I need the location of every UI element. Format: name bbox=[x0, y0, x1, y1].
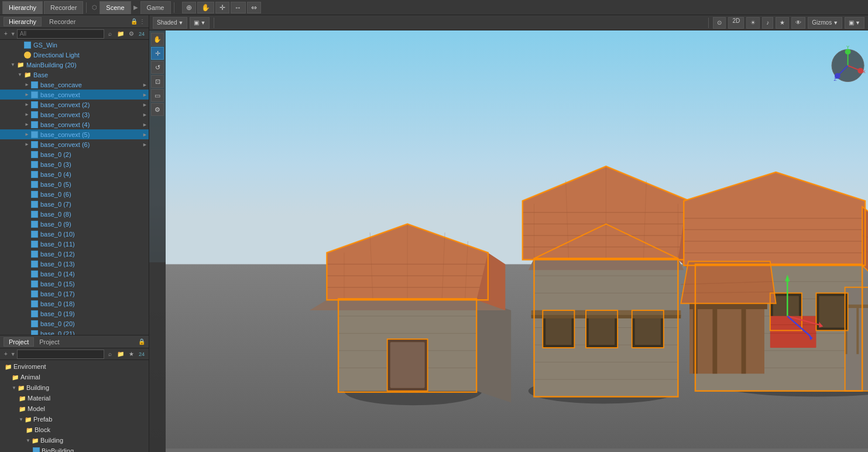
tool-transform[interactable]: ⚙ bbox=[151, 103, 164, 116]
hand-tool-btn[interactable]: ✋ bbox=[197, 2, 214, 13]
2d-btn[interactable]: 2D bbox=[728, 17, 744, 29]
project-item-building2[interactable]: ▼📁Building bbox=[0, 435, 149, 446]
hierarchy-item-base_0_8[interactable]: base_0 (8) bbox=[0, 209, 149, 219]
hierarchy-item-base_convext_5[interactable]: base_convext (5)► bbox=[0, 129, 149, 139]
hierarchy-item-base_0_15[interactable]: base_0 (15) bbox=[0, 279, 149, 289]
hierarchy-item-base_0_10[interactable]: base_0 (10) bbox=[0, 229, 149, 239]
expand-btn[interactable]: ► bbox=[142, 112, 147, 118]
proj-arrow-open[interactable]: ▼ bbox=[19, 417, 23, 422]
hierarchy-item-base_0_21[interactable]: base_0 (21) bbox=[0, 328, 149, 335]
hierarchy-item-base_0_12[interactable]: base_0 (12) bbox=[0, 249, 149, 259]
proj-arrow-open[interactable]: ▼ bbox=[12, 385, 16, 391]
project-star-btn[interactable]: ★ bbox=[126, 350, 136, 359]
project-item-material[interactable]: 📁Material bbox=[0, 393, 149, 403]
tree-arrow[interactable] bbox=[23, 111, 30, 118]
hierarchy-item-base_convext[interactable]: base_convext► bbox=[0, 90, 149, 100]
expand-btn[interactable]: ► bbox=[142, 102, 147, 108]
hierarchy-item-base_convext_6[interactable]: base_convext (6)► bbox=[0, 139, 149, 149]
select-tool-btn[interactable]: ⊕ bbox=[182, 2, 196, 13]
tool-hand[interactable]: ✋ bbox=[151, 33, 164, 46]
tool-scale[interactable]: ⊡ bbox=[151, 75, 164, 88]
project-item-prefab[interactable]: ▼📁Prefab bbox=[0, 414, 149, 424]
hierarchy-search[interactable] bbox=[17, 29, 104, 39]
tree-arrow[interactable] bbox=[9, 61, 16, 69]
tool-move[interactable]: ✛ bbox=[151, 47, 164, 60]
project-item-enviroment[interactable]: 📁Enviroment bbox=[0, 361, 149, 372]
fx-btn[interactable]: ★ bbox=[776, 17, 789, 29]
project-item-building[interactable]: ▼📁Building bbox=[0, 382, 149, 393]
hierarchy-item-base_convext_3[interactable]: base_convext (3)► bbox=[0, 109, 149, 119]
project-item-block[interactable]: 📁Block bbox=[0, 424, 149, 435]
shaded-btn[interactable]: Shaded ▼ bbox=[153, 17, 187, 29]
project-add-btn[interactable]: + bbox=[2, 351, 9, 357]
hierarchy-item-base_concave[interactable]: base_concave► bbox=[0, 80, 149, 90]
hierarchy-item-base_0_5[interactable]: base_0 (5) bbox=[0, 179, 149, 189]
panel-tab-hierarchy[interactable]: Hierarchy bbox=[4, 17, 42, 26]
expand-btn[interactable]: ► bbox=[142, 82, 147, 88]
wireframe-btn[interactable]: ▣ ▼ bbox=[190, 17, 210, 29]
tab-recorder[interactable]: Recorder bbox=[44, 1, 83, 14]
hierarchy-item-base_0_2[interactable]: base_0 (2) bbox=[0, 149, 149, 159]
proj-arrow-open[interactable]: ▼ bbox=[26, 438, 30, 443]
hierarchy-item-os_win[interactable]: GS_Win bbox=[0, 40, 149, 50]
audio-btn[interactable]: ♪ bbox=[762, 17, 773, 29]
search-icon-btn[interactable]: ⌕ bbox=[105, 29, 115, 39]
tree-arrow[interactable] bbox=[16, 71, 23, 78]
effects-btn[interactable]: ⊙ bbox=[713, 17, 726, 29]
hierarchy-item-directional_light[interactable]: Directional Light bbox=[0, 50, 149, 60]
tool-rect[interactable]: ▭ bbox=[151, 89, 164, 102]
hierarchy-item-base_0_14[interactable]: base_0 (14) bbox=[0, 269, 149, 279]
tree-arrow[interactable] bbox=[23, 141, 30, 148]
tree-arrow[interactable] bbox=[23, 101, 30, 108]
project-search-icon[interactable]: ⌕ bbox=[105, 350, 115, 359]
project-item-animal[interactable]: 📁Animal bbox=[0, 372, 149, 382]
hierarchy-item-base_0_6[interactable]: base_0 (6) bbox=[0, 189, 149, 199]
folder-btn[interactable]: 📁 bbox=[116, 29, 125, 39]
add-btn[interactable]: + bbox=[2, 30, 9, 37]
hierarchy-item-base_0_17[interactable]: base_0 (17) bbox=[0, 289, 149, 299]
tab-hierarchy[interactable]: Hierarchy bbox=[2, 1, 43, 14]
lighting-btn[interactable]: ☀ bbox=[746, 17, 760, 29]
hierarchy-item-base_0_3[interactable]: base_0 (3) bbox=[0, 159, 149, 169]
hierarchy-item-base_0_7[interactable]: base_0 (7) bbox=[0, 199, 149, 209]
hierarchy-item-base_0_9[interactable]: base_0 (9) bbox=[0, 219, 149, 229]
expand-btn[interactable]: ► bbox=[142, 122, 147, 128]
hierarchy-item-base_convext_2[interactable]: base_convext (2)► bbox=[0, 100, 149, 109]
lock-icon[interactable]: 🔒 bbox=[131, 18, 138, 25]
gizmos-btn[interactable]: Gizmos ▼ bbox=[808, 17, 842, 29]
project-folder-btn[interactable]: 📁 bbox=[116, 350, 125, 359]
scene-view[interactable]: ✋ ✛ ↺ ⊡ ▭ ⚙ bbox=[149, 30, 868, 452]
menu-icon[interactable]: ⋮ bbox=[139, 18, 145, 25]
aspect-btn[interactable]: ▣ ▼ bbox=[845, 17, 864, 29]
project-dropdown-icon[interactable]: ▼ bbox=[11, 351, 16, 357]
tab-scene[interactable]: Scene bbox=[100, 1, 131, 14]
filter-btn[interactable]: ⚙ bbox=[126, 29, 136, 39]
hierarchy-item-main_building[interactable]: 📁MainBuilding (20) bbox=[0, 60, 149, 70]
move-tool-btn[interactable]: ✛ bbox=[215, 2, 229, 13]
project-lock-icon[interactable]: 🔒 bbox=[138, 338, 145, 345]
expand-btn[interactable]: ► bbox=[142, 92, 147, 98]
hierarchy-item-base_0_4[interactable]: base_0 (4) bbox=[0, 169, 149, 179]
hierarchy-item-base_0_19[interactable]: base_0 (19) bbox=[0, 309, 149, 319]
hierarchy-item-base_convext_4[interactable]: base_convext (4)► bbox=[0, 119, 149, 129]
scale-tool-btn[interactable]: ⇔ bbox=[247, 2, 261, 13]
hierarchy-item-base_0_11[interactable]: base_0 (11) bbox=[0, 239, 149, 249]
project-item-bigbuilding[interactable]: BigBuilding bbox=[0, 446, 149, 452]
scene-vis-btn[interactable]: 👁 bbox=[791, 17, 805, 29]
hierarchy-item-base[interactable]: 📁Base bbox=[0, 70, 149, 80]
tree-arrow[interactable] bbox=[23, 81, 30, 88]
hierarchy-item-base_0_13[interactable]: base_0 (13) bbox=[0, 259, 149, 269]
hierarchy-item-base_0_20[interactable]: base_0 (20) bbox=[0, 319, 149, 328]
tree-arrow[interactable] bbox=[23, 91, 30, 98]
expand-btn[interactable]: ► bbox=[142, 142, 147, 148]
project-search[interactable] bbox=[17, 350, 104, 359]
expand-btn[interactable]: ► bbox=[142, 132, 147, 138]
hierarchy-item-base_0_18[interactable]: base_0 (18) bbox=[0, 299, 149, 309]
dropdown-icon[interactable]: ▼ bbox=[11, 31, 16, 37]
panel-tab-recorder[interactable]: Recorder bbox=[44, 17, 81, 26]
tree-arrow[interactable] bbox=[23, 121, 30, 128]
rotate-tool-btn[interactable]: ↔ bbox=[231, 2, 246, 13]
tree-arrow[interactable] bbox=[23, 131, 30, 138]
project-tab-1[interactable]: Project bbox=[4, 337, 34, 347]
project-item-model[interactable]: 📁Model bbox=[0, 403, 149, 414]
